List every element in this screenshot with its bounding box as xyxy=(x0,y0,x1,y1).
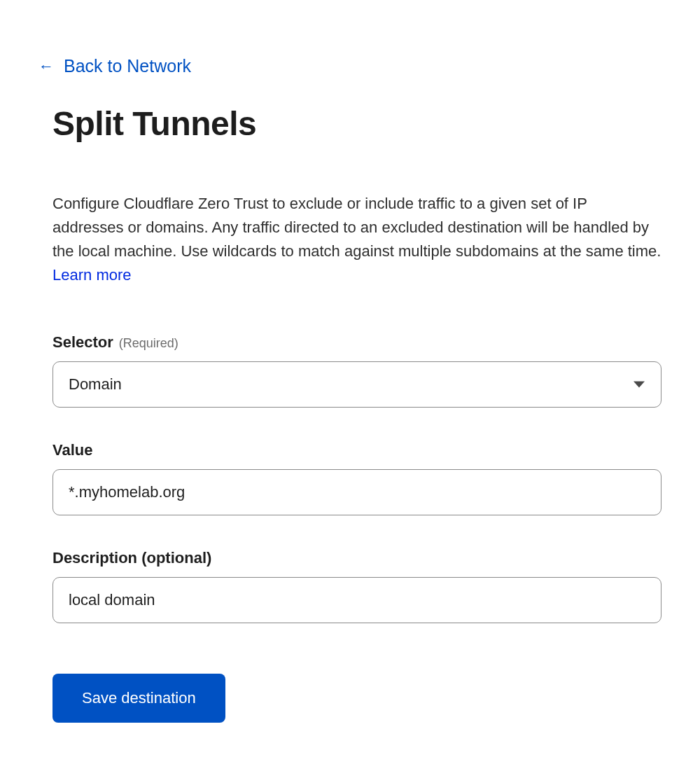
learn-more-link[interactable]: Learn more xyxy=(52,266,132,284)
save-destination-button[interactable]: Save destination xyxy=(52,674,225,723)
description-label: Description (optional) xyxy=(52,549,211,567)
page-description: Configure Cloudflare Zero Trust to exclu… xyxy=(52,192,662,263)
selector-required-hint: (Required) xyxy=(119,336,178,350)
arrow-left-icon: ← xyxy=(38,59,54,74)
selector-dropdown[interactable] xyxy=(52,361,662,408)
value-input[interactable] xyxy=(52,469,662,515)
back-to-network-link[interactable]: ← Back to Network xyxy=(38,56,191,76)
description-input[interactable] xyxy=(52,577,662,623)
back-link-label: Back to Network xyxy=(64,56,191,76)
selector-label: Selector(Required) xyxy=(52,333,178,352)
value-label: Value xyxy=(52,441,92,459)
page-title: Split Tunnels xyxy=(52,104,662,143)
